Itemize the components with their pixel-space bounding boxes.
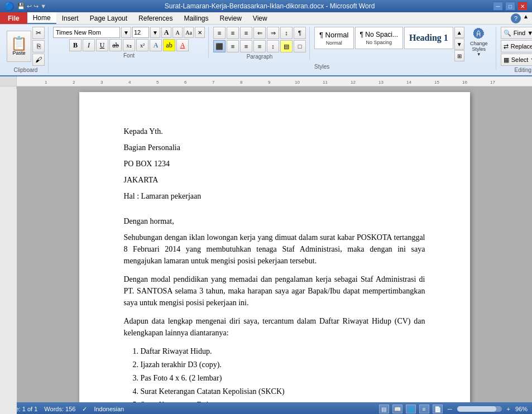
document-list: Daftar Riwayat Hidup. Ijazah terakhir D3… bbox=[141, 345, 425, 402]
decrease-indent-button[interactable]: ⇐ bbox=[253, 27, 266, 39]
text-effects-button[interactable]: A bbox=[150, 39, 162, 51]
close-button[interactable]: ✕ bbox=[517, 2, 528, 11]
select-button[interactable]: ▦ Select ▼ bbox=[501, 54, 532, 66]
justify-button[interactable]: ≡ bbox=[253, 40, 266, 52]
menu-mailings[interactable]: Mailings bbox=[178, 12, 214, 24]
document-page: Kepada Yth. Bagian Personalia PO BOX 123… bbox=[79, 92, 470, 402]
align-right-button[interactable]: ≡ bbox=[240, 40, 252, 52]
help-icon[interactable]: ? bbox=[511, 13, 521, 23]
zoom-slider-fill bbox=[457, 406, 496, 412]
style-normal[interactable]: ¶ Normal Normal bbox=[314, 27, 354, 49]
numbering-button[interactable]: ≡ bbox=[227, 27, 239, 39]
list-item: Ijazah terakhir D3 (copy). bbox=[141, 359, 425, 370]
styles-scroll-up[interactable]: ▲ bbox=[454, 27, 464, 38]
svg-text:12: 12 bbox=[351, 80, 356, 85]
status-bar: Page: 1 of 1 Words: 156 ✓ Indonesian ▤ 📖… bbox=[0, 402, 532, 414]
underline-button[interactable]: U bbox=[96, 39, 108, 51]
print-layout-view-btn[interactable]: ▤ bbox=[379, 405, 389, 413]
document-content[interactable]: Kepada Yth. Bagian Personalia PO BOX 123… bbox=[124, 126, 425, 402]
strikethrough-button[interactable]: ab bbox=[109, 39, 122, 51]
web-layout-view-btn[interactable]: 🌐 bbox=[406, 405, 416, 413]
bullets-button[interactable]: ≡ bbox=[213, 27, 226, 39]
replace-button[interactable]: ⇄ Replace bbox=[501, 40, 532, 52]
align-left-button[interactable]: ⬛ bbox=[213, 40, 226, 52]
italic-button[interactable]: I bbox=[83, 39, 95, 51]
text-highlight-button[interactable]: ab bbox=[163, 39, 175, 51]
sort-button[interactable]: ↕ bbox=[280, 27, 293, 39]
svg-text:7: 7 bbox=[212, 80, 215, 85]
ruler-area: 1 2 3 4 5 6 7 8 9 10 11 12 13 14 15 16 1… bbox=[0, 76, 532, 86]
address-line4: JAKARTA bbox=[124, 174, 425, 186]
full-reading-view-btn[interactable]: 📖 bbox=[392, 405, 402, 413]
font-group-label: Font bbox=[123, 52, 135, 59]
paragraph2: Dengan modal pendidikan yang memadai dan… bbox=[124, 273, 425, 309]
bold-button[interactable]: B bbox=[69, 39, 82, 51]
svg-text:8: 8 bbox=[240, 80, 243, 85]
font-name-dropdown[interactable]: ▼ bbox=[121, 27, 131, 38]
zoom-in-btn[interactable]: + bbox=[505, 406, 512, 412]
cut-button[interactable]: ✂ bbox=[32, 27, 45, 39]
svg-rect-18 bbox=[0, 89, 17, 402]
svg-text:6: 6 bbox=[184, 80, 187, 85]
maximize-button[interactable]: □ bbox=[505, 2, 515, 11]
menu-pagelayout[interactable]: Page Layout bbox=[84, 12, 133, 24]
change-styles-button[interactable]: 🅐 ChangeStyles ▼ bbox=[466, 27, 492, 58]
menu-review[interactable]: Review bbox=[214, 12, 247, 24]
find-icon: 🔍 bbox=[504, 30, 511, 37]
draft-view-btn[interactable]: 📄 bbox=[433, 405, 443, 413]
document-area: Kepada Yth. Bagian Personalia PO BOX 123… bbox=[0, 86, 532, 402]
minimize-button[interactable]: ─ bbox=[493, 2, 503, 11]
menu-home[interactable]: Home bbox=[27, 12, 56, 24]
subscript-button[interactable]: x₂ bbox=[123, 39, 135, 51]
ribbon-group-clipboard: 📋 Paste ✂ ⎘ 🖌 Clipboard bbox=[3, 27, 49, 73]
font-case-button[interactable]: Aa bbox=[184, 27, 194, 38]
paragraph-group-label: Paragraph bbox=[247, 54, 273, 60]
font-color-button[interactable]: A bbox=[176, 39, 189, 51]
document-scroll-area[interactable]: Kepada Yth. Bagian Personalia PO BOX 123… bbox=[17, 86, 532, 402]
menu-view[interactable]: View bbox=[247, 12, 273, 24]
menu-references[interactable]: References bbox=[133, 12, 178, 24]
svg-text:15: 15 bbox=[434, 80, 439, 85]
status-left: Page: 1 of 1 Words: 156 ✓ Indonesian bbox=[4, 406, 124, 413]
styles-scroll-down[interactable]: ▼ bbox=[454, 38, 464, 50]
font-size-input[interactable] bbox=[132, 27, 149, 38]
superscript-button[interactable]: x² bbox=[136, 39, 148, 51]
font-name-input[interactable] bbox=[53, 27, 120, 38]
ribbon: 📋 Paste ✂ ⎘ 🖌 Clipboard ▼ ▼ A A Aa ✕ B I… bbox=[0, 25, 532, 76]
svg-rect-0 bbox=[17, 76, 532, 86]
paste-button[interactable]: 📋 Paste bbox=[7, 31, 31, 62]
editing-group-label: Editing bbox=[514, 67, 531, 73]
show-marks-button[interactable]: ¶ bbox=[294, 27, 306, 39]
ribbon-group-font: ▼ ▼ A A Aa ✕ B I U ab x₂ x² A ab A Font bbox=[50, 27, 209, 59]
zoom-out-btn[interactable]: ─ bbox=[446, 406, 454, 412]
shading-button[interactable]: ▤ bbox=[280, 40, 293, 52]
change-styles-icon: 🅐 bbox=[473, 28, 485, 41]
address-line3: PO BOX 1234 bbox=[124, 158, 425, 170]
increase-indent-button[interactable]: ⇒ bbox=[267, 27, 279, 39]
font-size-dropdown[interactable]: ▼ bbox=[150, 27, 160, 38]
list-item: Surat Keterangan Catatan Kepolisian (SKC… bbox=[141, 386, 425, 397]
svg-text:9: 9 bbox=[268, 80, 271, 85]
menu-file[interactable]: File bbox=[0, 12, 27, 24]
line-spacing-button[interactable]: ↕ bbox=[267, 40, 279, 52]
borders-button[interactable]: □ bbox=[294, 40, 306, 52]
word-icon: 🔵 bbox=[4, 2, 14, 11]
align-center-button[interactable]: ≡ bbox=[227, 40, 239, 52]
format-painter-button[interactable]: 🖌 bbox=[32, 54, 45, 66]
menu-insert[interactable]: Insert bbox=[56, 12, 84, 24]
style-nospace[interactable]: ¶ No Spaci... No Spacing bbox=[355, 27, 403, 49]
styles-more[interactable]: ⊞ bbox=[454, 50, 464, 61]
find-button[interactable]: 🔍 Find ▼ bbox=[501, 27, 532, 39]
clear-formatting-button[interactable]: ✕ bbox=[195, 27, 205, 38]
font-shrink-button[interactable]: A bbox=[172, 27, 183, 38]
multilevel-button[interactable]: ≡ bbox=[240, 27, 252, 39]
outline-view-btn[interactable]: ≡ bbox=[419, 405, 429, 413]
svg-text:1: 1 bbox=[45, 80, 47, 85]
ribbon-collapse-btn[interactable]: ▲ bbox=[523, 13, 529, 23]
copy-button[interactable]: ⎘ bbox=[32, 40, 45, 52]
ribbon-group-paragraph: ≡ ≡ ≡ ⇐ ⇒ ↕ ¶ ⬛ ≡ ≡ ≡ ↕ ▤ □ Paragraph bbox=[210, 27, 310, 60]
zoom-slider[interactable] bbox=[457, 406, 502, 412]
font-grow-button[interactable]: A bbox=[161, 27, 171, 38]
style-heading1[interactable]: Heading 1 bbox=[404, 27, 453, 49]
window-title: Surat-Lamaran-Kerja-Berdasarkan-Iklan-di… bbox=[46, 2, 493, 10]
